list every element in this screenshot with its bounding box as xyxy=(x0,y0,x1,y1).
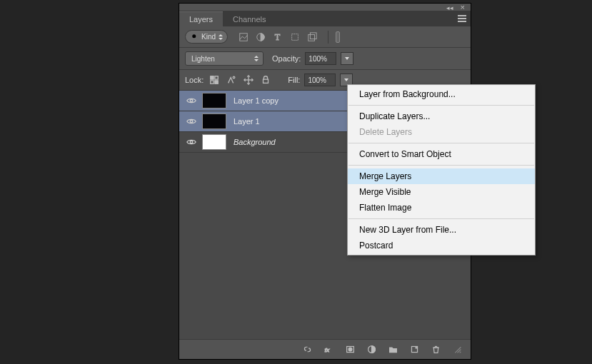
lock-transparency-icon[interactable] xyxy=(208,74,221,86)
lock-image-icon[interactable] xyxy=(225,74,238,86)
new-layer-icon[interactable] xyxy=(408,343,421,356)
fill-label: Fill: xyxy=(288,76,300,84)
context-menu-separator xyxy=(348,143,534,143)
resize-grip-icon[interactable] xyxy=(451,343,463,356)
filter-smartobject-icon[interactable] xyxy=(306,31,318,43)
layer-style-icon[interactable]: fx xyxy=(322,343,335,356)
svg-point-12 xyxy=(233,76,235,79)
lock-position-icon[interactable] xyxy=(242,74,255,86)
lock-all-icon[interactable] xyxy=(259,74,272,86)
blend-row: Lighten Opacity: 100% xyxy=(179,48,471,69)
opacity-label: Opacity: xyxy=(272,54,301,63)
filter-type-icons: T xyxy=(238,31,340,44)
svg-rect-6 xyxy=(308,34,315,41)
close-panel-icon[interactable]: × xyxy=(461,3,465,11)
layer-name-label: Layer 1 copy xyxy=(234,96,279,105)
svg-rect-8 xyxy=(211,76,214,79)
svg-point-17 xyxy=(190,120,193,123)
layer-context-menu: Layer from Background... Duplicate Layer… xyxy=(347,84,536,256)
adjustment-layer-icon[interactable] xyxy=(365,343,378,356)
ctx-flatten-image[interactable]: Flatten Image xyxy=(348,200,535,216)
ctx-layer-from-background[interactable]: Layer from Background... xyxy=(348,86,535,102)
layer-thumbnail[interactable] xyxy=(202,93,226,108)
filter-kind-label: Kind xyxy=(201,33,216,41)
link-layers-icon[interactable] xyxy=(301,343,313,356)
svg-text:fx: fx xyxy=(324,347,329,353)
tab-channels[interactable]: Channels xyxy=(223,11,276,26)
filter-type-icon[interactable]: T xyxy=(272,31,284,43)
new-group-icon[interactable] xyxy=(386,343,399,356)
filter-toggle[interactable] xyxy=(336,31,340,43)
ctx-postcard[interactable]: Postcard xyxy=(348,238,535,253)
layer-filter-row: Kind T xyxy=(179,26,471,47)
tab-layers[interactable]: Layers xyxy=(179,11,223,26)
ctx-delete-layers: Delete Layers xyxy=(348,124,535,140)
svg-rect-9 xyxy=(215,81,218,84)
layer-mask-icon[interactable] xyxy=(343,343,356,356)
layer-name-label: Layer 1 xyxy=(234,117,260,126)
svg-text:T: T xyxy=(275,32,281,42)
filter-separator xyxy=(328,31,328,44)
visibility-eye-icon[interactable] xyxy=(185,136,198,148)
blend-mode-value: Lighten xyxy=(191,55,215,63)
delete-layer-icon[interactable] xyxy=(429,343,442,356)
svg-rect-5 xyxy=(292,34,298,40)
svg-rect-15 xyxy=(264,79,269,83)
ctx-duplicate-layers[interactable]: Duplicate Layers... xyxy=(348,108,535,124)
svg-point-16 xyxy=(190,99,193,102)
context-menu-separator xyxy=(348,105,534,106)
filter-kind-dropdown[interactable]: Kind xyxy=(185,30,228,44)
svg-rect-10 xyxy=(215,76,218,79)
dropdown-caret-icon xyxy=(217,33,224,41)
lock-label: Lock: xyxy=(185,76,204,84)
ctx-merge-visible[interactable]: Merge Visible xyxy=(348,184,535,200)
blend-mode-dropdown[interactable]: Lighten xyxy=(185,51,264,66)
panel-tabs: Layers Channels xyxy=(179,11,471,26)
svg-rect-11 xyxy=(211,81,214,84)
layer-thumbnail[interactable] xyxy=(202,113,226,129)
context-menu-separator xyxy=(348,218,534,219)
ctx-new-3d-layer[interactable]: New 3D Layer from File... xyxy=(348,222,535,238)
svg-point-18 xyxy=(190,141,193,143)
layer-thumbnail[interactable] xyxy=(202,134,226,150)
collapse-icon[interactable]: ◂◂ xyxy=(446,4,453,11)
filter-adjustment-icon[interactable] xyxy=(255,31,266,43)
dropdown-caret-icon xyxy=(253,54,260,63)
svg-rect-7 xyxy=(310,32,316,39)
svg-point-21 xyxy=(348,348,352,351)
panel-titlebar: ◂◂ × xyxy=(179,4,471,11)
filter-pixel-icon[interactable] xyxy=(238,31,249,43)
ctx-merge-layers[interactable]: Merge Layers xyxy=(348,168,535,184)
visibility-eye-icon[interactable] xyxy=(185,115,198,128)
panel-flyout-menu-icon[interactable] xyxy=(453,11,471,26)
svg-point-0 xyxy=(192,34,196,38)
ctx-convert-smart-object[interactable]: Convert to Smart Object xyxy=(348,146,535,162)
layer-name-label: Background xyxy=(234,138,276,146)
svg-line-28 xyxy=(459,352,461,353)
search-icon xyxy=(191,34,199,41)
filter-shape-icon[interactable] xyxy=(289,31,301,43)
fill-value[interactable]: 100% xyxy=(304,74,336,86)
context-menu-separator xyxy=(348,165,534,166)
opacity-arrow[interactable] xyxy=(341,52,353,65)
opacity-value[interactable]: 100% xyxy=(305,52,336,65)
layers-footer: fx xyxy=(179,339,471,359)
svg-line-1 xyxy=(196,37,198,39)
visibility-eye-icon[interactable] xyxy=(185,94,198,107)
